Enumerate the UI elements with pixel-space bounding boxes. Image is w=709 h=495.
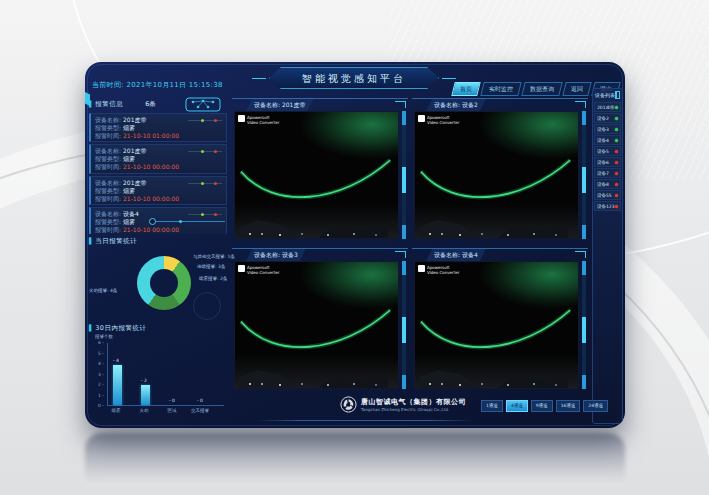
device-list-item[interactable]: 设备55: [594, 190, 621, 200]
status-dot: [615, 183, 618, 186]
alarm-time-label: 报警时间:: [95, 163, 121, 171]
video-scrollbar[interactable]: [402, 111, 406, 239]
device-name-value: 201皮带: [123, 179, 146, 187]
status-dot: [615, 117, 618, 120]
panel-reflection: [85, 433, 625, 491]
alarm-level-indicator: [188, 151, 222, 152]
device-list: 201皮带 设备2 设备3 设备4 设备5 设备6 设备7 设备8 设备55 设…: [593, 101, 622, 213]
watermark-icon: [238, 115, 245, 122]
small-lights: [249, 383, 251, 385]
video-name-label: 设备名称:: [434, 251, 460, 258]
machinery-silhouette: [235, 204, 398, 238]
alarm-type-label: 报警类型:: [95, 124, 121, 132]
scrollbar-thumb[interactable]: [582, 317, 586, 343]
nav-button-home[interactable]: 首页: [451, 82, 480, 96]
video-name-label: 设备名称:: [254, 101, 280, 108]
daily-stats-chart: 与其他交叉报警: 1条 抽烟报警: 3条 烟雾报警: 2条 火焰报警: 4条: [89, 248, 229, 320]
device-list-item[interactable]: 设备6: [594, 157, 621, 167]
alarm-type-label: 报警类型:: [95, 187, 121, 195]
y-tick: 5 -: [98, 351, 104, 356]
topology-icon[interactable]: [185, 97, 221, 112]
nav-button-live[interactable]: 实时监控: [480, 82, 521, 96]
alarm-level-indicator: [188, 214, 222, 215]
video-scrollbar[interactable]: [582, 111, 586, 239]
device-name: 设备6: [597, 160, 609, 165]
nav-button-label: 数据查询: [530, 83, 554, 95]
device-list-item[interactable]: 设备2: [594, 113, 621, 123]
bar-value: - 0: [159, 398, 185, 403]
status-dot: [615, 161, 618, 164]
video-feed[interactable]: ApowersoftVideo Converter: [414, 111, 579, 239]
alarm-level-indicator: [188, 120, 222, 121]
company-name-cn: 唐山智诚电气（集团）有限公司: [361, 397, 466, 407]
nav-button-back[interactable]: 返回: [562, 82, 591, 96]
channel-button-4[interactable]: 4通道: [506, 400, 528, 412]
status-dot: [615, 128, 618, 131]
video-name-value: 设备2: [462, 101, 478, 108]
device-list-item[interactable]: 设备4: [594, 135, 621, 145]
channel-button-9[interactable]: 9通道: [531, 400, 553, 412]
alarm-time-label: 报警时间:: [95, 132, 121, 140]
video-header: 设备名称: 设备3: [232, 248, 408, 262]
video-name-value: 201皮带: [282, 101, 305, 108]
alarm-type-label: 报警类型:: [95, 155, 121, 163]
decorative-slider: [151, 221, 225, 222]
scrollbar-thumb[interactable]: [402, 167, 406, 193]
channel-button-16[interactable]: 16通道: [556, 400, 581, 412]
video-feed[interactable]: ApowersoftVideo Converter: [234, 261, 399, 389]
video-title: 设备名称: 设备3: [246, 249, 306, 261]
bar-smoke: [113, 365, 122, 405]
scrollbar-thumb[interactable]: [582, 167, 586, 193]
bar-category: 区域: [159, 408, 185, 413]
y-tick: 1 -: [98, 393, 104, 398]
alarm-list-item[interactable]: 设备名称:201皮带 报警类型:烟雾 报警时间:21-10-10 00:00:0…: [89, 144, 227, 173]
bar-category: 交叉报警: [187, 408, 213, 413]
video-feed[interactable]: ApowersoftVideo Converter: [234, 111, 399, 239]
video-name-label: 设备名称:: [254, 251, 280, 258]
device-list-panel: 设备列表 201皮带 设备2 设备3 设备4 设备5 设备6 设备7 设备8 设…: [592, 88, 623, 424]
device-name-label: 设备名称:: [95, 179, 121, 187]
device-list-item[interactable]: 设备123: [594, 201, 621, 211]
alarm-time-value: 21-10-10 00:00:00: [123, 163, 179, 171]
bar-flame: [141, 385, 150, 405]
y-axis-ticks: 6 -5 -4 -3 -2 -1 -0 -: [91, 340, 104, 408]
video-feed[interactable]: ApowersoftVideo Converter: [414, 261, 579, 389]
device-name-label: 设备名称:: [95, 116, 121, 124]
alarm-list-item[interactable]: 设备名称:201皮带 报警类型:烟雾 报警时间:21-10-10 00:00:0…: [89, 176, 227, 205]
device-list-item[interactable]: 设备5: [594, 146, 621, 156]
watermark-icon: [418, 265, 425, 272]
device-list-filter-icon[interactable]: [615, 91, 620, 99]
current-time: 当前时间: 2021年10月11日 15:15:38: [92, 80, 223, 90]
watermark: ApowersoftVideo Converter: [238, 115, 279, 125]
video-panel-2: 设备名称: 设备2 ApowersoftVideo Converter: [412, 98, 588, 244]
alarm-level-indicator: [188, 183, 222, 184]
donut-label: 火焰报警: 4条: [89, 288, 117, 293]
alarm-time-value: 21-10-10 01:00:00: [123, 132, 179, 140]
alarm-time-label: 报警时间:: [95, 195, 121, 203]
nav-button-query[interactable]: 数据查询: [521, 82, 562, 96]
video-panel-3: 设备名称: 设备3 ApowersoftVideo Converter: [232, 248, 408, 394]
video-header: 设备名称: 201皮带: [232, 98, 408, 112]
video-scrollbar[interactable]: [582, 261, 586, 389]
alarm-type-value: 烟雾: [123, 155, 135, 163]
watermark: ApowersoftVideo Converter: [418, 115, 459, 125]
y-tick: 2 -: [98, 382, 104, 387]
channel-button-1[interactable]: 1通道: [481, 400, 503, 412]
device-list-item[interactable]: 设备7: [594, 168, 621, 178]
monthly-bar-chart: 报警个数 6 -5 -4 -3 -2 -1 -0 - - 4 - 2 - 0 -…: [91, 334, 229, 422]
device-name-label: 设备名称:: [95, 147, 121, 155]
watermark-line2: Video Converter: [427, 120, 459, 125]
device-name: 设备2: [597, 116, 609, 121]
channel-button-24[interactable]: 24通道: [583, 400, 608, 412]
alarm-list-item[interactable]: 设备名称:201皮带 报警类型:烟雾 报警时间:21-10-10 01:00:0…: [89, 113, 227, 142]
device-list-item[interactable]: 设备8: [594, 179, 621, 189]
device-list-item[interactable]: 设备3: [594, 124, 621, 134]
scrollbar-thumb[interactable]: [402, 317, 406, 343]
donut-label: 与其他交叉报警: 1条: [193, 254, 235, 259]
machinery-silhouette: [415, 204, 578, 238]
y-axis-label: 报警个数: [95, 334, 113, 339]
video-scrollbar[interactable]: [402, 261, 406, 389]
device-name-value: 201皮带: [123, 116, 146, 124]
device-name: 201皮带: [597, 105, 615, 110]
device-list-item[interactable]: 201皮带: [594, 102, 621, 112]
